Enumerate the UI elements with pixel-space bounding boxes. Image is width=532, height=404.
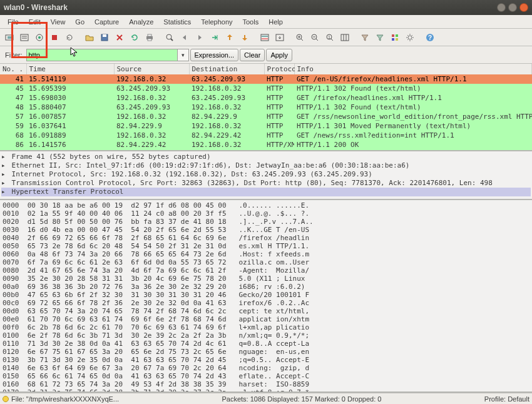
menu-tools[interactable]: Tools	[238, 17, 264, 27]
print-button[interactable]	[143, 31, 156, 44]
zoom-out-button[interactable]	[308, 31, 322, 44]
detail-row[interactable]: ▸ Transmission Control Protocol, Src Por…	[1, 179, 531, 188]
detail-row[interactable]: ▸ Hypertext Transfer Protocol	[1, 188, 531, 196]
autoscroll-button[interactable]	[273, 31, 287, 44]
table-row[interactable]: 6816.091889192.168.0.3282.94.229.42HTTPG…	[0, 131, 532, 140]
zoom-reset-button[interactable]: 1	[323, 31, 337, 44]
col-no[interactable]: No. .	[0, 64, 26, 74]
svg-rect-2	[21, 34, 28, 41]
preferences-button[interactable]	[403, 31, 417, 44]
options-button[interactable]	[18, 31, 31, 44]
expand-icon[interactable]: ▸	[1, 161, 8, 170]
col-source[interactable]: Source	[114, 64, 189, 74]
menu-statistics[interactable]: Statistics	[158, 17, 196, 27]
filter-label: Filter:	[3, 51, 25, 59]
svg-line-28	[316, 39, 318, 41]
apply-button[interactable]: Apply	[266, 49, 292, 61]
stop-capture-button[interactable]	[48, 31, 61, 44]
svg-rect-32	[341, 34, 349, 41]
status-profile: Profile: Default	[484, 395, 529, 403]
menu-edit[interactable]: Edit	[24, 17, 46, 27]
help-button[interactable]: ?	[423, 31, 437, 44]
menu-file[interactable]: File	[3, 17, 24, 27]
svg-rect-14	[148, 39, 151, 41]
table-row[interactable]: 5916.03764182.94.229.9192.168.0.32HTTPHT…	[0, 121, 532, 131]
zoom-in-button[interactable]	[293, 31, 307, 44]
col-dest[interactable]: Destination	[189, 64, 264, 74]
start-capture-button[interactable]	[33, 31, 46, 44]
expand-icon[interactable]: ▸	[1, 179, 8, 188]
table-row[interactable]: 4815.88040763.245.209.93192.168.0.32HTTP…	[0, 103, 532, 112]
table-row[interactable]: 4515.69539963.245.209.93192.168.0.32HTTP…	[0, 84, 532, 93]
svg-line-25	[301, 39, 303, 41]
minimize-icon[interactable]	[497, 3, 506, 12]
col-time[interactable]: Time	[26, 64, 114, 74]
svg-rect-36	[396, 34, 398, 37]
svg-rect-13	[148, 34, 151, 36]
capture-filters-button[interactable]	[358, 31, 372, 44]
expand-icon[interactable]: ▸	[1, 170, 8, 179]
menu-analyze[interactable]: Analyze	[124, 17, 158, 27]
table-row[interactable]: 4115.514119192.168.0.3263.245.209.93HTTP…	[0, 74, 532, 84]
restart-capture-button[interactable]	[63, 31, 76, 44]
close-file-button[interactable]	[113, 31, 126, 44]
expand-icon[interactable]: ▸	[1, 153, 8, 161]
goto-last-button[interactable]	[238, 31, 252, 44]
reload-button[interactable]	[128, 31, 141, 44]
svg-point-39	[408, 36, 412, 39]
find-button[interactable]	[163, 31, 176, 44]
titlebar: wlan0 - Wireshark	[0, 0, 532, 15]
detail-row[interactable]: ▸ Internet Protocol, Src: 192.168.0.32 (…	[1, 170, 531, 179]
table-row[interactable]: 8616.14157682.94.229.42192.168.0.32HTTP/…	[0, 140, 532, 149]
menu-go[interactable]: Go	[70, 17, 90, 27]
resize-columns-button[interactable]	[338, 31, 352, 44]
packet-table[interactable]: No. . Time Source Destination Protocol I…	[0, 64, 532, 151]
menu-capture[interactable]: Capture	[90, 17, 124, 27]
close-icon[interactable]	[519, 3, 528, 12]
menu-telephony[interactable]: Telephony	[196, 17, 237, 27]
svg-rect-9	[103, 34, 106, 37]
svg-point-15	[166, 34, 171, 39]
maximize-icon[interactable]	[508, 3, 517, 12]
filter-input[interactable]	[26, 49, 178, 61]
menu-view[interactable]: View	[46, 17, 71, 27]
coloring-rules-button[interactable]	[388, 31, 402, 44]
goto-button[interactable]	[208, 31, 222, 44]
svg-rect-18	[261, 34, 269, 41]
col-proto[interactable]: Protocol	[264, 64, 294, 74]
forward-button[interactable]	[193, 31, 207, 44]
packet-details-pane[interactable]: ▸ Frame 41 (552 bytes on wire, 552 bytes…	[0, 151, 532, 200]
colorize-button[interactable]	[258, 31, 272, 44]
table-row[interactable]: 4715.698030192.168.0.3263.245.209.93HTTP…	[0, 93, 532, 103]
svg-line-16	[171, 39, 173, 41]
toolbar: 1 ?	[0, 29, 532, 46]
expand-icon[interactable]: ▸	[1, 188, 8, 196]
svg-rect-19	[262, 36, 268, 37]
detail-row[interactable]: ▸ Ethernet II, Src: Intel_97:1f:d6 (00:1…	[1, 161, 531, 170]
col-info[interactable]: Info	[294, 64, 532, 74]
expression-button[interactable]: Expression...	[190, 49, 239, 61]
save-button[interactable]	[98, 31, 111, 44]
menu-help[interactable]: Help	[263, 17, 288, 27]
menubar: FileEditViewGoCaptureAnalyzeStatisticsTe…	[0, 15, 532, 29]
display-filters-button[interactable]	[373, 31, 387, 44]
interfaces-button[interactable]	[3, 31, 16, 44]
svg-rect-35	[392, 34, 394, 37]
table-row[interactable]: 5716.007857192.168.0.3282.94.229.9HTTPGE…	[0, 112, 532, 121]
svg-rect-37	[392, 38, 394, 41]
clear-button[interactable]: Clear	[240, 49, 265, 61]
hex-pane[interactable]: 0000 00 30 18 aa be a6 00 19 d2 97 1f d6…	[0, 200, 532, 393]
svg-rect-7	[52, 35, 57, 40]
back-button[interactable]	[178, 31, 192, 44]
svg-text:?: ?	[428, 34, 432, 41]
open-button[interactable]	[83, 31, 96, 44]
statusbar: File: "/tmp/wiresharkXXXXNXyqE... Packet…	[0, 393, 532, 404]
window-title: wlan0 - Wireshark	[4, 3, 68, 12]
goto-first-button[interactable]	[223, 31, 237, 44]
packet-list-pane[interactable]: No. . Time Source Destination Protocol I…	[0, 64, 532, 151]
status-led-icon	[3, 396, 9, 402]
svg-line-31	[331, 39, 333, 41]
svg-text:1: 1	[328, 35, 330, 39]
filter-dropdown[interactable]: ▾	[178, 49, 189, 61]
detail-row[interactable]: ▸ Frame 41 (552 bytes on wire, 552 bytes…	[1, 153, 531, 161]
